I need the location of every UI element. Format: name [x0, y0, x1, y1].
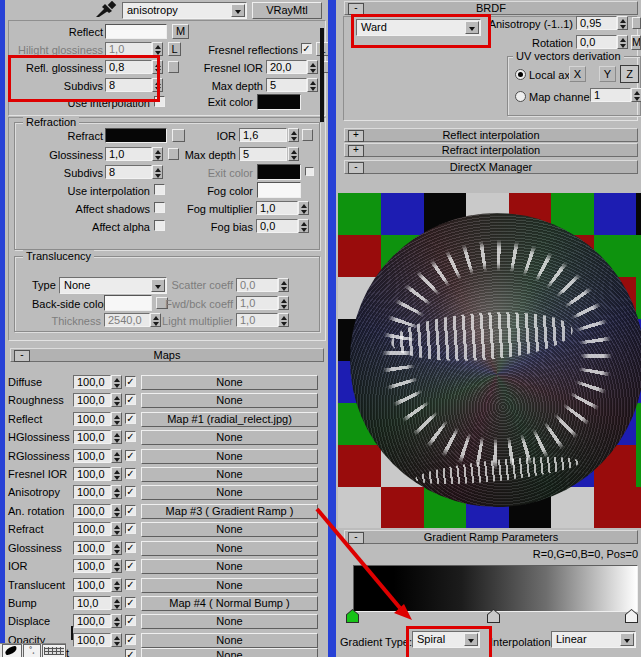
fog-color-swatch[interactable]	[257, 182, 301, 198]
map-amount-field[interactable]: 10,0	[73, 596, 111, 610]
map-slot-button[interactable]: None	[141, 633, 318, 648]
map-amount-field[interactable]: 100,0	[73, 467, 111, 481]
fog-bias-spinner[interactable]	[298, 219, 309, 233]
map-amount-field[interactable]: 100,0	[73, 430, 111, 444]
map-slot-button[interactable]: None	[141, 393, 318, 408]
light-multiplier-spinner[interactable]	[278, 313, 289, 327]
gradient-flag-end[interactable]	[625, 609, 638, 623]
affect-shadows-checkbox[interactable]	[154, 202, 165, 213]
map-channel-field[interactable]: 1	[590, 88, 631, 102]
map-slot-button[interactable]: Map #3 ( Gradient Ramp )	[141, 504, 318, 519]
map-enable-checkbox[interactable]: ✓	[125, 450, 136, 461]
map-amount-field[interactable]: 100,0	[73, 541, 111, 555]
refraction-exit-color-checkbox[interactable]	[305, 167, 314, 176]
axis-y-button[interactable]: Y	[599, 66, 616, 82]
reflect-map-button[interactable]: M	[172, 24, 189, 39]
map-amount-field[interactable]: 100,0	[73, 522, 111, 536]
refraction-exit-color-swatch[interactable]	[257, 164, 301, 180]
map-amount-field[interactable]: 100,0	[73, 393, 111, 407]
map-amount-spinner[interactable]	[111, 430, 122, 444]
refract-interpolation-rollout-bar[interactable]: + Refract interpolation	[344, 143, 638, 157]
map-enable-checkbox[interactable]: ✓	[125, 376, 136, 387]
map-amount-field[interactable]: 100,0	[73, 412, 111, 426]
collapse-icon[interactable]: -	[14, 350, 30, 362]
map-amount-spinner[interactable]	[111, 485, 122, 499]
expand-icon[interactable]: +	[348, 145, 364, 157]
map-channel-radio[interactable]	[515, 91, 526, 102]
map-enable-checkbox[interactable]: ✓	[125, 394, 136, 405]
brdf-rotation-field[interactable]: 0,0	[576, 35, 617, 49]
map-enable-checkbox[interactable]: ✓	[125, 615, 136, 626]
map-amount-spinner[interactable]	[111, 596, 122, 610]
axis-z-button[interactable]: Z	[620, 65, 639, 83]
refraction-max-depth-field[interactable]: 5	[239, 147, 287, 161]
gradient-flag-middle[interactable]	[487, 609, 500, 623]
map-amount-field[interactable]: 100,0	[73, 633, 111, 647]
affect-alpha-checkbox[interactable]	[154, 220, 165, 231]
hilight-glossiness-field[interactable]: 1,0	[105, 42, 152, 56]
refl-glossiness-map-slot[interactable]	[168, 61, 179, 73]
map-enable-checkbox[interactable]: ✓	[125, 579, 136, 590]
map-amount-spinner[interactable]	[111, 633, 122, 647]
hilight-lock-button[interactable]: L	[168, 42, 181, 56]
refraction-subdivs-field[interactable]: 8	[105, 165, 152, 179]
exit-color-swatch[interactable]	[257, 94, 301, 110]
keyboard-icon[interactable]	[42, 644, 66, 657]
map-amount-field[interactable]: 100,0	[73, 375, 111, 389]
map-amount-field[interactable]: 100,0	[73, 578, 111, 592]
local-axis-radio[interactable]	[515, 69, 526, 80]
map-enable-checkbox[interactable]: ✓	[125, 505, 136, 516]
map-slot-button[interactable]: None	[141, 449, 318, 464]
brdf-anisotropy-field[interactable]: 0,95	[576, 16, 617, 30]
brdf-anisotropy-spinner[interactable]	[617, 16, 628, 30]
map-slot-button[interactable]: Map #4 ( Normal Bump )	[141, 596, 318, 611]
directx-manager-rollout-bar[interactable]: - DirectX Manager	[344, 160, 638, 174]
reflect-interpolation-rollout-bar[interactable]: + Reflect interpolation	[344, 128, 638, 142]
fwdbck-coeff-spinner[interactable]	[278, 296, 289, 310]
map-amount-field[interactable]: 100,0	[73, 559, 111, 573]
map-amount-spinner[interactable]	[111, 467, 122, 481]
thickness-field[interactable]: 2540,0	[104, 313, 150, 327]
refraction-glossiness-spinner[interactable]	[152, 147, 163, 161]
map-amount-field[interactable]: 100,0	[73, 504, 111, 518]
map-slot-button[interactable]: Map #1 (radial_relect.jpg)	[141, 412, 318, 427]
interpolation-dropdown[interactable]: Linear	[551, 631, 636, 648]
app-launcher-icon[interactable]: °¸	[23, 644, 41, 657]
map-slot-button[interactable]: None	[141, 522, 318, 537]
collapse-icon[interactable]: -	[348, 162, 364, 174]
refraction-subdivs-spinner[interactable]	[152, 165, 163, 179]
hilight-glossiness-spinner[interactable]	[152, 42, 163, 56]
map-enable-checkbox[interactable]: ✓	[125, 597, 136, 608]
fog-multiplier-field[interactable]: 1,0	[256, 201, 298, 215]
map-enable-checkbox[interactable]: ✓	[125, 468, 136, 479]
refraction-use-interp-checkbox[interactable]	[154, 184, 165, 195]
fog-bias-field[interactable]: 0,0	[256, 219, 298, 233]
eyedropper-icon[interactable]	[95, 1, 117, 18]
map-channel-spinner[interactable]	[631, 88, 641, 102]
chevron-down-icon[interactable]	[231, 4, 245, 17]
map-slot-button[interactable]: None	[141, 559, 318, 574]
map-amount-spinner[interactable]	[111, 449, 122, 463]
map-slot-button[interactable]: None	[141, 578, 318, 593]
brdf-rollout-bar[interactable]: - BRDF	[344, 1, 638, 15]
gradient-ramp-bar[interactable]	[353, 565, 638, 612]
map-enable-checkbox[interactable]: ✓	[125, 634, 136, 645]
map-enable-checkbox[interactable]: ✓	[125, 542, 136, 553]
map-slot-button[interactable]: None	[141, 467, 318, 482]
fwdbck-coeff-field[interactable]: 1,0	[236, 296, 278, 310]
map-slot-button[interactable]: None	[141, 430, 318, 445]
backside-color-swatch[interactable]	[104, 295, 152, 311]
brdf-rotation-spinner[interactable]	[617, 35, 628, 49]
map-amount-field[interactable]: 100,0	[73, 449, 111, 463]
map-enable-checkbox[interactable]: ✓	[125, 560, 136, 571]
map-amount-spinner[interactable]	[111, 504, 122, 518]
map-amount-spinner[interactable]	[111, 412, 122, 426]
map-amount-spinner[interactable]	[111, 541, 122, 555]
map-enable-checkbox[interactable]: ✓	[125, 413, 136, 424]
collapse-icon[interactable]: -	[348, 532, 364, 544]
map-slot-button[interactable]: None	[141, 485, 318, 500]
reflect-color-swatch[interactable]	[105, 24, 167, 39]
map-slot-button[interactable]: None	[141, 648, 318, 657]
map-amount-spinner[interactable]	[111, 393, 122, 407]
map-enable-checkbox[interactable]: ✓	[125, 431, 136, 442]
